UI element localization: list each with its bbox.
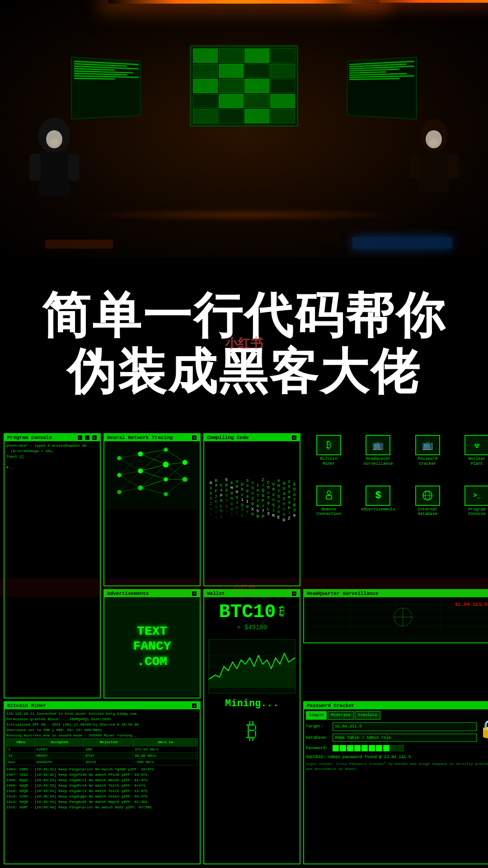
- remote-icon-box: [316, 486, 341, 506]
- btc-col-accepted: Accepted: [35, 739, 84, 746]
- svg-text:1: 1: [272, 508, 275, 513]
- compile-controls[interactable]: ×: [291, 435, 297, 440]
- svg-point-38: [138, 468, 143, 473]
- svg-text:B: B: [257, 514, 259, 519]
- db-icon-box: [415, 486, 440, 506]
- svg-text:A: A: [257, 488, 259, 493]
- hq-surveillance-window: HeadQuarter Surveillance ×: [303, 589, 488, 643]
- pw-box2: [340, 745, 346, 751]
- fancy-line1: TEXT: [133, 624, 171, 639]
- pw-tab-simulate[interactable]: Simulate: [355, 711, 380, 720]
- btc-bus3: Hub: [7, 759, 35, 765]
- win-minimize[interactable]: ─: [77, 435, 83, 440]
- pw-database-value: Home table / Admin role: [333, 734, 477, 742]
- svg-rect-4: [29, 154, 41, 181]
- svg-text:4: 4: [246, 494, 249, 499]
- neural-body: [104, 441, 200, 584]
- svg-text:K: K: [288, 505, 291, 510]
- svg-point-171: [327, 491, 331, 495]
- hq-label: Headquatersurveillance: [363, 457, 393, 467]
- svg-text:2: 2: [272, 492, 275, 497]
- icon-advertisements[interactable]: $ Advertisements: [354, 486, 402, 534]
- hq-title: HeadQuarter Surveillance: [307, 591, 378, 596]
- svg-rect-170: [326, 495, 332, 499]
- btc-log8: 2315: XURT - [16:43:48] Keep Fingerprint…: [6, 805, 198, 810]
- pw-tab-moderate[interactable]: Moderate: [328, 711, 353, 720]
- svg-text:W: W: [272, 497, 275, 502]
- surveillance-icon: 📺: [372, 439, 384, 451]
- icon-nuclear-plant[interactable]: ☢ NuclearPlant: [453, 435, 488, 484]
- btc-info5: Running mintrees.exe in unsafe mode : XX…: [6, 733, 198, 738]
- bitcoin-log: 2303: CNRS - [16:41:32] Keep Fingerprint…: [6, 767, 198, 810]
- svg-text:3: 3: [225, 509, 228, 514]
- svg-text:9: 9: [293, 513, 296, 518]
- btc-rate3: ~348 GH/s: [133, 759, 197, 765]
- monitor-group: [131, 45, 357, 181]
- svg-text:E: E: [241, 513, 244, 518]
- window-controls[interactable]: ─ □ ×: [77, 435, 97, 440]
- icon-internet-database[interactable]: Internetdatabase: [404, 486, 451, 534]
- svg-text:2: 2: [262, 504, 264, 509]
- pw-box8: [383, 745, 389, 751]
- hq-screen: 11.04.111.5: [306, 599, 488, 635]
- fancy-text-display: TEXT FANCY .COM: [133, 624, 171, 670]
- svg-point-35: [117, 473, 121, 477]
- svg-text:G: G: [282, 512, 285, 517]
- neural-controls[interactable]: ×: [192, 435, 197, 440]
- svg-text:1: 1: [288, 510, 291, 515]
- photo-section: [0, 0, 488, 258]
- svg-text:8: 8: [251, 481, 254, 486]
- svg-text:2: 2: [235, 510, 238, 515]
- svg-text:3: 3: [210, 496, 212, 501]
- desk-table: [86, 208, 402, 222]
- bitcoin-close[interactable]: ×: [192, 703, 197, 708]
- svg-text:C: C: [220, 483, 223, 488]
- matrix-rain: 0 1 A 3 Z 1 0 B 7 F 2 K 9 X 3 C 4: [204, 441, 300, 584]
- svg-text:I: I: [246, 499, 249, 504]
- svg-text:9: 9: [282, 481, 285, 486]
- win-close[interactable]: ×: [92, 435, 97, 440]
- console-line4: [6, 459, 98, 465]
- svg-text:S: S: [241, 503, 244, 508]
- title-line1: 简单一行代码帮你: [42, 288, 446, 344]
- pw-tab-simple[interactable]: Simple: [306, 711, 327, 720]
- compile-close[interactable]: ×: [291, 435, 297, 440]
- btc-rej1: 380: [84, 746, 133, 752]
- compile-title: Compiling Code: [207, 435, 249, 440]
- svg-text:8: 8: [220, 498, 223, 503]
- svg-text:1: 1: [241, 497, 244, 502]
- icon-hq-surveillance[interactable]: 📺 Headquatersurveillance: [354, 435, 402, 484]
- icon-bitcoin-miner[interactable]: ₿ BitcoinMiner: [305, 435, 352, 484]
- bitcoin-controls[interactable]: ×: [192, 703, 197, 708]
- svg-text:6: 6: [293, 482, 296, 487]
- wallet-title: Wallet: [207, 591, 225, 596]
- svg-text:5: 5: [235, 495, 238, 500]
- win-maximize[interactable]: □: [84, 435, 90, 440]
- svg-text:3: 3: [246, 478, 249, 483]
- hq-body: 11.04.111.5: [304, 597, 488, 641]
- svg-point-2: [50, 139, 59, 146]
- console-line1: penetrate" — typed 0.accessRequest 88: [6, 443, 98, 448]
- icon-password-cracker[interactable]: 📺 PasswordCracker: [404, 435, 451, 484]
- ads-close[interactable]: ×: [192, 591, 197, 596]
- btc-log7: 2314: SHQR - [16:45:34] Keep PengAo96 No…: [6, 799, 198, 805]
- pw-box10: [398, 745, 404, 751]
- ads-controls[interactable]: ×: [192, 591, 197, 596]
- ceiling-light-right: [352, 0, 488, 3]
- nuclear-icon: ☢: [474, 440, 479, 450]
- icon-remote-connection[interactable]: RemoteConnection: [305, 486, 352, 534]
- wallet-controls[interactable]: ×: [291, 591, 297, 596]
- ceiling-light: [108, 0, 380, 4]
- pw-password-label: Password:: [306, 745, 331, 751]
- icon-program-console[interactable]: >_ ProgramConsole: [453, 486, 488, 534]
- svg-text:2: 2: [215, 494, 217, 499]
- svg-text:H: H: [235, 490, 238, 495]
- svg-text:6: 6: [241, 487, 244, 492]
- db-label: Internetdatabase: [418, 507, 437, 517]
- btc-rate2: 33.95 GH/s: [133, 752, 197, 759]
- wallet-close[interactable]: ×: [291, 591, 297, 596]
- pw-cracker-label: PasswordCracker: [418, 457, 437, 467]
- neural-close[interactable]: ×: [192, 435, 197, 440]
- mouse-glow: [45, 240, 113, 249]
- svg-text:E: E: [277, 515, 280, 520]
